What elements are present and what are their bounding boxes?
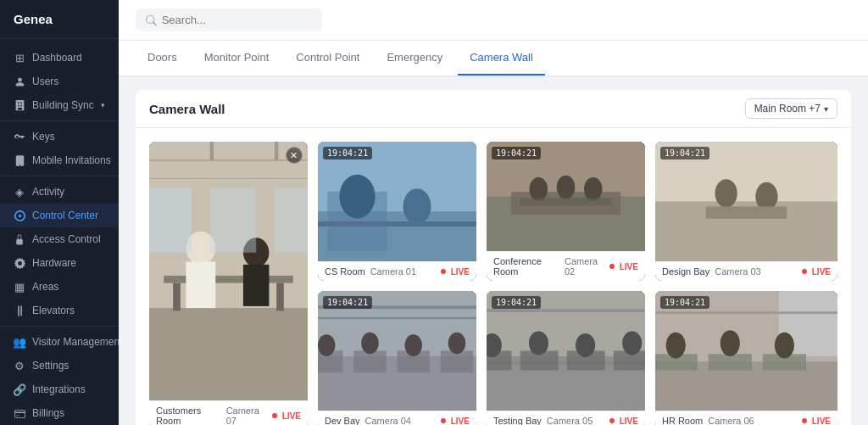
svg-rect-42 — [441, 351, 473, 373]
tab-doors[interactable]: Doors — [136, 41, 189, 75]
sidebar-item-users[interactable]: Users — [0, 70, 119, 93]
sidebar-item-dashboard[interactable]: ⊞ Dashboard — [0, 46, 119, 70]
sidebar-item-integrations[interactable]: 🔗 Integrations — [0, 377, 119, 401]
control-center-icon — [14, 210, 25, 221]
svg-rect-35 — [210, 187, 256, 252]
sidebar-item-areas[interactable]: ▦ Areas — [0, 275, 119, 299]
svg-point-46 — [448, 333, 466, 355]
camera-feed-5: 19:04:21 — [487, 291, 645, 411]
content-header: Camera Wall Main Room +7 ▾ — [136, 90, 851, 128]
svg-rect-65 — [709, 354, 752, 370]
chevron-down-icon: ▾ — [101, 101, 105, 109]
camera-4-id: Camera 04 — [365, 416, 411, 425]
visitor-management-icon: 👥 — [14, 336, 25, 348]
sidebar-item-access-control[interactable]: Access Control — [0, 227, 119, 251]
tab-control-point[interactable]: Control Point — [284, 41, 371, 75]
camera-6-timestamp: 19:04:21 — [660, 296, 709, 309]
sidebar-label-users: Users — [32, 75, 58, 87]
camera-7-close-button[interactable]: ✕ — [286, 147, 303, 164]
hardware-icon — [14, 257, 25, 269]
svg-point-43 — [318, 334, 335, 356]
page-title: Camera Wall — [149, 102, 225, 116]
camera-2-room: Conference Room — [493, 256, 559, 277]
sidebar-item-keys[interactable]: Keys — [0, 125, 119, 148]
camera-feed-1: 19:04:21 — [318, 142, 476, 261]
sidebar-label-activity: Activity — [32, 186, 64, 198]
camera-7-room: Customers Room — [156, 405, 221, 425]
camera-section: 19:04:21 CS Room Camera 01 LIVE — [136, 128, 851, 425]
camera-4-room: Dev Bay — [325, 416, 360, 425]
camera-card-7[interactable]: ✕ Customers Room Camera 07 LIVE — [149, 142, 308, 425]
camera-7-live-dot — [272, 413, 276, 418]
tabs-bar: Doors Monitor Point Control Point Emerge… — [119, 41, 868, 76]
svg-rect-28 — [243, 265, 270, 306]
sidebar-item-activity[interactable]: ◈ Activity — [0, 180, 119, 204]
svg-rect-34 — [149, 187, 192, 252]
svg-point-58 — [576, 333, 595, 357]
sidebar-label-billings: Billings — [32, 407, 64, 419]
camera-5-live-dot — [609, 418, 615, 423]
elevators-icon — [14, 305, 25, 316]
tab-camera-wall[interactable]: Camera Wall — [458, 41, 545, 75]
sidebar-item-control-center[interactable]: Control Center — [0, 204, 119, 227]
tab-emergency[interactable]: Emergency — [375, 41, 454, 75]
svg-point-44 — [361, 333, 379, 355]
sidebar-label-access-control: Access Control — [32, 233, 101, 245]
camera-3-room: Design Bay — [662, 266, 709, 277]
billings-icon — [14, 407, 25, 419]
camera-6-live-dot — [802, 418, 807, 423]
activity-icon: ◈ — [14, 186, 25, 198]
camera-card-2[interactable]: 19:04:21 Conference Room Camera 02 LIVE — [487, 142, 645, 281]
svg-point-4 — [339, 175, 375, 219]
camera-1-room: CS Room — [325, 266, 365, 277]
camera-2-live-dot — [609, 264, 614, 269]
camera-card-5[interactable]: 19:04:21 Testing Bay Camera 05 LIVE — [487, 291, 645, 425]
sidebar-item-billings[interactable]: Billings — [0, 401, 119, 425]
mobile-icon — [14, 154, 25, 166]
sidebar-label-settings: Settings — [32, 360, 69, 372]
search-input[interactable] — [162, 14, 312, 26]
svg-rect-40 — [353, 351, 386, 373]
svg-point-10 — [529, 177, 548, 201]
sidebar-item-hardware[interactable]: Hardware — [0, 251, 119, 275]
camera-6-room: HR Room — [662, 416, 703, 425]
svg-rect-19 — [706, 206, 787, 218]
access-control-icon — [14, 233, 25, 245]
svg-point-0 — [18, 214, 20, 216]
search-box[interactable] — [136, 8, 322, 31]
sidebar-item-mobile-invitations[interactable]: Mobile Invitations — [0, 148, 119, 172]
svg-rect-22 — [164, 276, 293, 283]
sidebar-item-elevators[interactable]: Elevators — [0, 299, 119, 322]
camera-feed-4: 19:04:21 — [318, 291, 476, 411]
sidebar-item-settings[interactable]: ⚙ Settings — [0, 354, 119, 377]
camera-4-footer: Dev Bay Camera 04 LIVE — [318, 411, 476, 425]
sidebar-item-visitor-management[interactable]: 👥 Visitor Management ▾ — [0, 330, 119, 354]
sidebar: Genea ⊞ Dashboard Users Building Sync ▾ … — [0, 0, 119, 425]
camera-5-room: Testing Bay — [493, 416, 542, 425]
camera-grid: 19:04:21 CS Room Camera 01 LIVE — [149, 142, 837, 425]
tab-monitor-point[interactable]: Monitor Point — [192, 41, 281, 75]
room-selector[interactable]: Main Room +7 ▾ — [745, 98, 837, 119]
app-logo: Genea — [0, 0, 119, 39]
camera-card-1[interactable]: 19:04:21 CS Room Camera 01 LIVE — [318, 142, 476, 281]
svg-point-69 — [775, 333, 794, 359]
camera-7-live-label: LIVE — [282, 411, 301, 421]
camera-feed-2: 19:04:21 — [487, 142, 645, 251]
svg-point-59 — [622, 331, 642, 355]
svg-point-68 — [721, 330, 740, 356]
svg-rect-32 — [210, 142, 214, 160]
building-sync-icon — [14, 99, 25, 111]
camera-1-live-label: LIVE — [451, 267, 470, 277]
camera-card-6[interactable]: 19:04:21 HR Room Camera 06 LIVE — [655, 291, 837, 425]
svg-point-18 — [755, 182, 777, 210]
sidebar-item-building-sync[interactable]: Building Sync ▾ — [0, 93, 119, 117]
camera-5-live-label: LIVE — [620, 417, 638, 426]
camera-7-footer: Customers Room Camera 07 LIVE — [149, 400, 308, 425]
sidebar-label-elevators: Elevators — [32, 305, 75, 316]
chevron-down-icon-3: ▾ — [824, 104, 828, 114]
svg-point-5 — [403, 188, 431, 224]
camera-4-live-dot — [441, 418, 446, 423]
svg-rect-21 — [149, 308, 308, 400]
camera-card-3[interactable]: 19:04:21 Design Bay Camera 03 LIVE — [655, 142, 837, 281]
camera-card-4[interactable]: 19:04:21 Dev Bay Camera 04 LIVE — [318, 291, 476, 425]
